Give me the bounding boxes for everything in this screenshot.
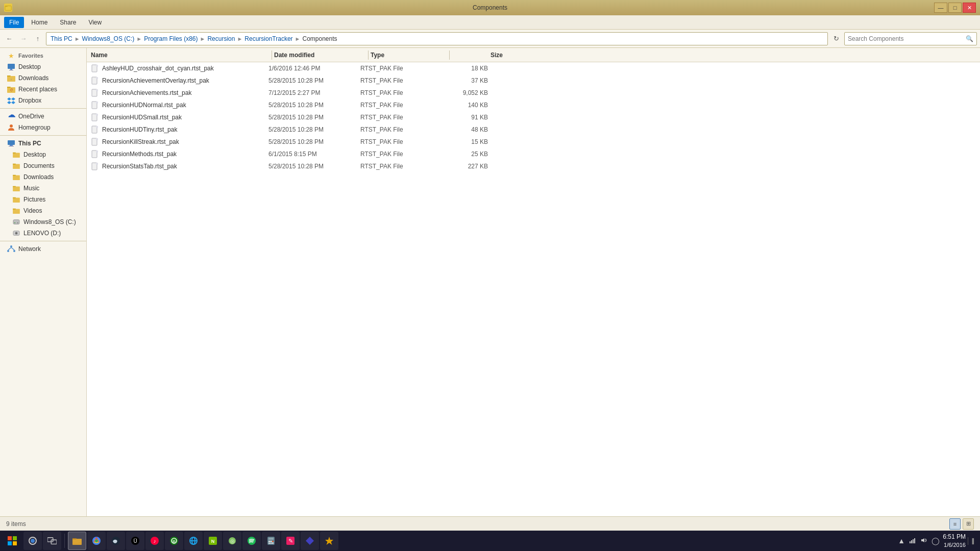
menu-home[interactable]: Home [26, 17, 53, 28]
table-row[interactable]: RecursionMethods.rtst_pak 6/1/2015 8:15 … [87, 148, 980, 160]
sidebar-item-videos[interactable]: Videos [0, 205, 86, 216]
svg-rect-13 [9, 146, 14, 146]
svg-rect-46 [96, 151, 98, 153]
file-size: 91 KB [437, 114, 488, 121]
forward-button[interactable]: → [17, 33, 30, 45]
task-view-button[interactable] [43, 532, 61, 550]
tray-volume-icon[interactable] [919, 536, 928, 546]
breadcrumb-recursion[interactable]: Recursion [207, 35, 235, 42]
taskbar-speedfan-button[interactable]: ◎ [223, 532, 241, 550]
menu-share[interactable]: Share [55, 17, 81, 28]
sidebar-this-pc-header[interactable]: This PC [0, 138, 86, 149]
svg-rect-11 [8, 140, 15, 145]
taskbar-ubi-button[interactable]: Ü [126, 532, 144, 550]
tray-action-center-icon[interactable]: ◯ [930, 536, 941, 546]
sidebar-item-dropbox-fav[interactable]: Dropbox [0, 95, 86, 106]
col-header-name[interactable]: Name [91, 52, 270, 59]
taskbar-separator-1 [64, 534, 65, 548]
minimize-button[interactable]: — [934, 3, 947, 13]
taskbar-steam-button[interactable] [107, 532, 125, 550]
breadcrumb-windows8[interactable]: Windows8_OS (C:) [82, 35, 135, 42]
window-title: Components [473, 4, 507, 11]
col-header-type[interactable]: Type [371, 52, 447, 59]
back-button[interactable]: ← [3, 33, 15, 45]
search-box[interactable]: 🔍 [844, 32, 977, 45]
sidebar-section-favorites: ★ Favorites [0, 50, 86, 61]
table-row[interactable]: AshleyHUD_crosshair_dot_cyan.rtst_pak 1/… [87, 62, 980, 74]
svg-rect-84 [272, 541, 274, 542]
sidebar-item-lenovo-drive[interactable]: LENOVO (D:) [0, 228, 86, 239]
col-header-date[interactable]: Date modified [274, 52, 366, 59]
file-name: RecursionAchievementOverlay.rtst_pak [102, 77, 268, 84]
sidebar-item-windows-drive[interactable]: Windows8_OS (C:) [0, 216, 86, 228]
col-divider-2 [368, 51, 369, 60]
file-type: RTST_PAK File [360, 77, 437, 84]
sidebar-item-recent-fav[interactable]: ⏱ Recent places [0, 84, 86, 95]
search-input[interactable] [848, 35, 966, 42]
table-row[interactable]: RecursionStatsTab.rtst_pak 5/28/2015 10:… [87, 160, 980, 172]
svg-point-28 [13, 250, 15, 252]
view-details-button[interactable]: ≡ [949, 518, 961, 530]
taskbar-xbox-button[interactable]: ⊕ [165, 532, 183, 550]
sidebar-item-network[interactable]: Network [0, 243, 86, 255]
file-size: 9,052 KB [437, 89, 488, 96]
taskbar-explorer-button[interactable] [68, 532, 86, 550]
sidebar-dropbox-fav-label: Dropbox [18, 97, 41, 104]
sidebar-item-homegroup[interactable]: Homegroup [0, 122, 86, 133]
taskbar-itunes-button[interactable]: ♪ [145, 532, 164, 550]
taskbar-chrome-button[interactable] [87, 532, 106, 550]
taskbar-ie-button[interactable] [184, 532, 203, 550]
cortana-button[interactable] [23, 532, 42, 550]
sidebar-item-music[interactable]: Music [0, 183, 86, 194]
menu-file[interactable]: File [4, 17, 24, 28]
breadcrumb-sep-5: ► [295, 36, 301, 42]
sidebar-item-downloads-fav[interactable]: ↓ Downloads [0, 72, 86, 84]
tray-network-icon[interactable] [908, 536, 917, 546]
breadcrumb-recursion-tracker[interactable]: RecursionTracker [244, 35, 292, 42]
menu-view[interactable]: View [83, 17, 107, 28]
taskbar-paint-button[interactable]: ✎ [281, 532, 300, 550]
svg-rect-86 [271, 543, 272, 544]
col-header-size[interactable]: Size [452, 52, 503, 59]
file-icon [91, 77, 99, 85]
breadcrumb-components[interactable]: Components [302, 35, 337, 42]
taskbar-unknown1-button[interactable] [301, 532, 319, 550]
show-desktop-button[interactable]: ▐ [968, 537, 975, 545]
start-button[interactable] [2, 532, 22, 550]
table-row[interactable]: RecursionHUDTiny.rtst_pak 5/28/2015 10:2… [87, 123, 980, 136]
sidebar-item-desktop-fav[interactable]: Desktop [0, 61, 86, 72]
breadcrumb-this-pc[interactable]: This PC [51, 35, 72, 42]
breadcrumb-sep-3: ► [200, 36, 206, 42]
refresh-button[interactable]: ↻ [830, 33, 842, 45]
up-button[interactable]: ↑ [32, 33, 44, 45]
table-row[interactable]: RecursionKillStreak.rtst_pak 5/28/2015 1… [87, 136, 980, 148]
taskbar-calc-button[interactable] [262, 532, 280, 550]
tray-arrow[interactable]: ▲ [897, 536, 906, 546]
system-clock[interactable]: 6:51 PM 1/6/2016 [943, 533, 966, 549]
sidebar-item-pictures[interactable]: Pictures [0, 194, 86, 205]
recent-fav-icon: ⏱ [7, 85, 15, 93]
table-row[interactable]: RecursionAchievementOverlay.rtst_pak 5/2… [87, 74, 980, 87]
table-row[interactable]: RecursionHUDNormal.rtst_pak 5/28/2015 10… [87, 99, 980, 111]
file-size: 15 KB [437, 138, 488, 145]
sidebar-onedrive-label: OneDrive [18, 113, 44, 120]
sidebar-item-documents[interactable]: Documents [0, 160, 86, 171]
close-button[interactable]: ✕ [963, 3, 976, 13]
sidebar-item-onedrive[interactable]: OneDrive [0, 111, 86, 122]
table-row[interactable]: RecursionHUDSmall.rtst_pak 5/28/2015 10:… [87, 111, 980, 123]
taskbar-spotify-button[interactable] [242, 532, 261, 550]
sidebar-item-desktop-pc[interactable]: Desktop [0, 149, 86, 160]
table-row[interactable]: RecursionAchievements.rtst_pak 7/12/2015… [87, 87, 980, 99]
maximize-button[interactable]: □ [948, 3, 962, 13]
breadcrumb-program-files[interactable]: Program Files (x86) [144, 35, 198, 42]
file-size: 48 KB [437, 126, 488, 133]
taskbar-unknown2-button[interactable] [320, 532, 338, 550]
breadcrumb-sep-4: ► [237, 36, 242, 42]
svg-rect-1 [8, 64, 15, 69]
view-large-icons-button[interactable]: ⊞ [963, 518, 974, 530]
taskbar-nvidia-button[interactable]: N [204, 532, 222, 550]
breadcrumb[interactable]: This PC ► Windows8_OS (C:) ► Program Fil… [46, 32, 828, 45]
sidebar-documents-label: Documents [23, 162, 55, 169]
svg-text:✎: ✎ [288, 538, 293, 544]
sidebar-item-downloads-pc[interactable]: Downloads [0, 171, 86, 183]
